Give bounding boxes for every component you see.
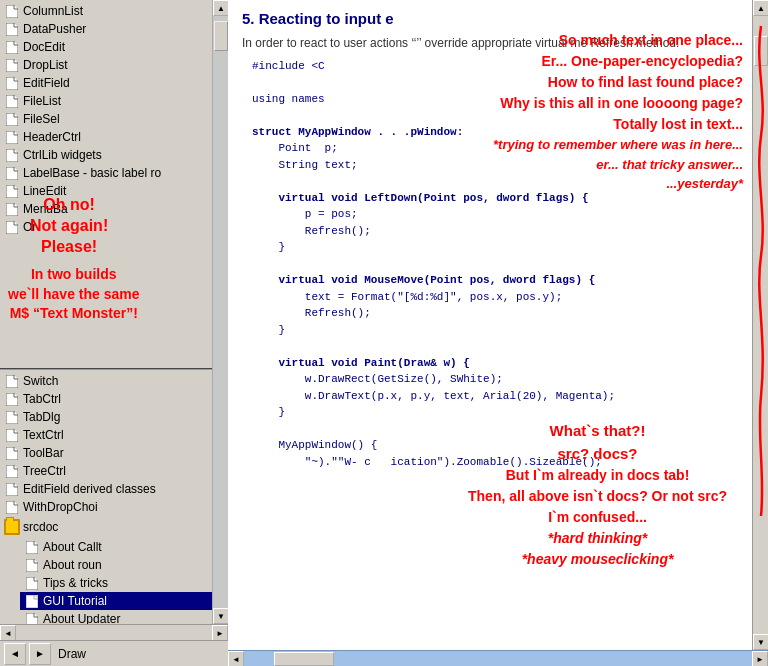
left-scrollbar: ▲ ▼ [212, 0, 228, 624]
left-panel: ColumnList DataPusher DocEdit [0, 0, 228, 666]
doc-icon [4, 166, 20, 180]
right-scroll-track [753, 16, 768, 634]
scroll-down-button[interactable]: ▼ [213, 608, 228, 624]
right-hscroll-left-button[interactable]: ◄ [228, 651, 244, 666]
doc-icon [4, 184, 20, 198]
folder-open-icon [4, 519, 20, 535]
doc-icon [4, 482, 20, 496]
annotation-right-top: So much text in one place... Er... One-p… [493, 30, 743, 194]
list-item[interactable]: CtrlLib widgets [0, 146, 212, 164]
list-item[interactable]: DocEdit [0, 38, 212, 56]
bottom-tree-section: Switch TabCtrl TabDlg [0, 370, 212, 624]
scroll-track [213, 16, 228, 608]
doc-icon [4, 76, 20, 90]
right-hscroll-thumb[interactable] [274, 652, 334, 666]
doc-icon [24, 558, 40, 572]
doc-icon [24, 612, 40, 624]
doc-icon [4, 130, 20, 144]
doc-icon [4, 464, 20, 478]
list-item[interactable]: FileList [0, 92, 212, 110]
content-area: ColumnList DataPusher DocEdit [0, 0, 768, 666]
doc-title: 5. Reacting to input e [242, 10, 754, 27]
list-item[interactable]: About roun [20, 556, 212, 574]
list-item[interactable]: LabelBase - basic label ro [0, 164, 212, 182]
doc-icon [4, 22, 20, 36]
nav-back-button[interactable]: ◄ [4, 643, 26, 665]
doc-icon [4, 40, 20, 54]
nav-toolbar: ◄ ► Draw [0, 640, 228, 666]
doc-icon [4, 58, 20, 72]
doc-icon [4, 112, 20, 126]
doc-icon [4, 4, 20, 18]
doc-icon [4, 202, 20, 216]
doc-icon [4, 428, 20, 442]
doc-icon [24, 576, 40, 590]
list-item[interactable]: ToolBar [0, 444, 212, 462]
right-scroll-thumb[interactable] [754, 36, 768, 66]
curvy-arrow-svg [753, 16, 768, 634]
list-item[interactable]: Tips & tricks [20, 574, 212, 592]
sub-tree-list: About Callt About roun Tips & tricks [0, 536, 212, 624]
list-item[interactable]: WithDropChoi [0, 498, 212, 516]
right-hscroll-right-button[interactable]: ► [752, 651, 768, 666]
left-hscroll: ◄ ► [0, 624, 228, 640]
list-item[interactable]: TabCtrl [0, 390, 212, 408]
list-item[interactable]: EditField [0, 74, 212, 92]
list-item[interactable]: TextCtrl [0, 426, 212, 444]
h-scroll-track [16, 625, 212, 640]
doc-icon [4, 410, 20, 424]
srcdoc-folder-item[interactable]: srcdoc [0, 518, 212, 536]
list-item[interactable]: DataPusher [0, 20, 212, 38]
list-item[interactable]: About Updater [20, 610, 212, 624]
list-item[interactable]: EditField derived classes [0, 480, 212, 498]
annotation-oh-no: Oh no! Not again! Please! [30, 195, 108, 257]
scroll-right-button[interactable]: ► [212, 625, 228, 641]
scroll-left-button[interactable]: ◄ [0, 625, 16, 641]
right-scrollbar: ▲ ▼ [752, 0, 768, 650]
list-item[interactable]: TabDlg [0, 408, 212, 426]
doc-content: 5. Reacting to input e In order to react… [228, 0, 768, 650]
doc-icon [4, 148, 20, 162]
tree-container: ColumnList DataPusher DocEdit [0, 0, 228, 624]
top-tree-section: ColumnList DataPusher DocEdit [0, 0, 212, 370]
list-item[interactable]: DropList [0, 56, 212, 74]
list-item[interactable]: ColumnList [0, 2, 212, 20]
right-panel: 5. Reacting to input e In order to react… [228, 0, 768, 666]
doc-icon [4, 500, 20, 514]
list-item[interactable]: HeaderCtrl [0, 128, 212, 146]
list-item[interactable]: TreeCtrl [0, 462, 212, 480]
list-item[interactable]: About Callt [20, 538, 212, 556]
bottom-tree-list: Switch TabCtrl TabDlg [0, 370, 212, 518]
doc-icon [4, 392, 20, 406]
list-item[interactable]: FileSel [0, 110, 212, 128]
annotation-bottom-doc: What`s that?! src? docs? But I`m already… [468, 420, 727, 570]
nav-forward-button[interactable]: ► [29, 643, 51, 665]
draw-label: Draw [58, 647, 86, 661]
right-hscroll: ◄ ► [228, 650, 768, 666]
right-scroll-down-button[interactable]: ▼ [753, 634, 768, 650]
doc-icon [24, 594, 40, 608]
doc-icon [4, 446, 20, 460]
right-scroll-up-button[interactable]: ▲ [753, 0, 768, 16]
right-hscroll-track [244, 651, 752, 666]
doc-icon [4, 220, 20, 234]
doc-icon [24, 540, 40, 554]
doc-icon [4, 374, 20, 388]
list-item[interactable]: Switch [0, 372, 212, 390]
scroll-thumb[interactable] [214, 21, 228, 51]
gui-tutorial-item[interactable]: GUI Tutorial [20, 592, 212, 610]
scroll-up-button[interactable]: ▲ [213, 0, 228, 16]
doc-icon [4, 94, 20, 108]
annotation-two-builds: In two builds we`ll have the same M$ “Te… [8, 265, 140, 324]
main-window: ColumnList DataPusher DocEdit [0, 0, 768, 666]
